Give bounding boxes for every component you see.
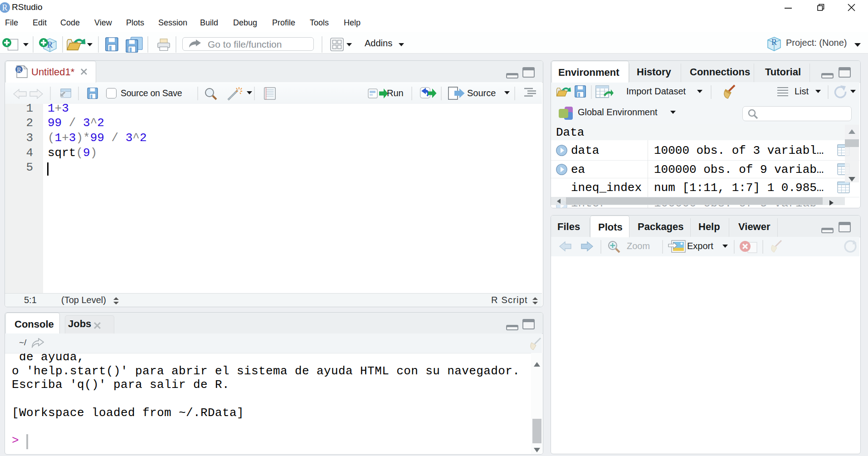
svg-text:R: R: [17, 67, 21, 74]
svg-text:R: R: [771, 38, 777, 47]
svg-text:R: R: [47, 40, 53, 49]
